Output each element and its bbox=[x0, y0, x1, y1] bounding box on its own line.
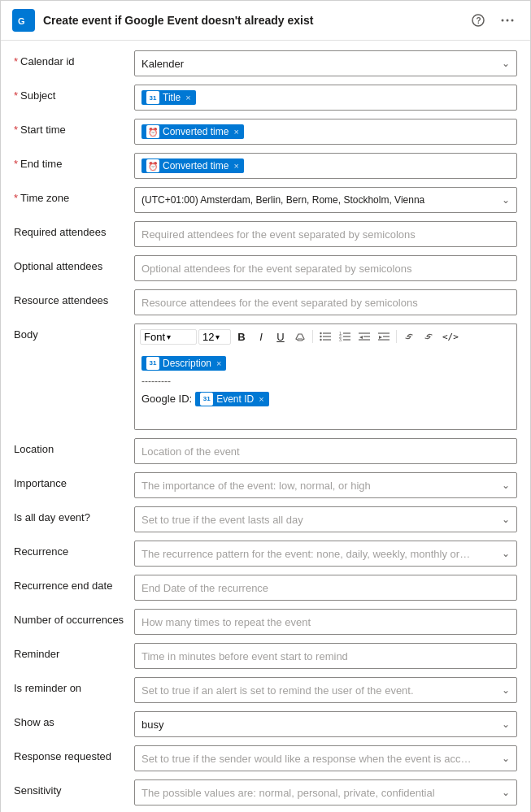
importance-dropdown[interactable]: The importance of the event: low, normal… bbox=[134, 472, 517, 498]
sensitivity-dropdown[interactable]: The possible values are: normal, persona… bbox=[134, 779, 517, 805]
start-time-input[interactable]: ⏰ Converted time × bbox=[134, 119, 517, 145]
reminder-row: Reminder Time in minutes before event st… bbox=[14, 643, 517, 669]
end-time-control: ⏰ Converted time × bbox=[134, 153, 517, 179]
toolbar-separator-2 bbox=[396, 330, 397, 343]
reminder-on-row: Is reminder on Set to true if an alert i… bbox=[14, 677, 517, 703]
start-time-label: *Start time bbox=[14, 119, 134, 136]
google-id-row: Google ID: 31 Event ID × bbox=[141, 392, 510, 406]
bullet-list-button[interactable] bbox=[316, 328, 334, 345]
highlight-button[interactable] bbox=[291, 328, 309, 345]
show-as-row: Show as busy ⌄ bbox=[14, 711, 517, 737]
bold-button[interactable]: B bbox=[233, 328, 250, 345]
svg-point-8 bbox=[320, 332, 321, 334]
recurrence-row: Recurrence The recurrence pattern for th… bbox=[14, 541, 517, 567]
calendar-id-dropdown[interactable]: Kalender ⌄ bbox=[134, 50, 517, 76]
chevron-down-icon-tz: ⌄ bbox=[502, 194, 510, 206]
timezone-dropdown[interactable]: (UTC+01:00) Amsterdam, Berlin, Bern, Rom… bbox=[134, 187, 517, 213]
help-button[interactable]: ? bbox=[467, 9, 490, 32]
description-token-close[interactable]: × bbox=[216, 358, 221, 368]
more-button[interactable] bbox=[496, 9, 519, 32]
recurrence-end-date-control: End Date of the recurrence bbox=[134, 575, 517, 601]
end-time-input[interactable]: ⏰ Converted time × bbox=[134, 153, 517, 179]
show-as-dropdown[interactable]: busy ⌄ bbox=[134, 711, 517, 737]
occurrences-label: Number of occurrences bbox=[14, 609, 134, 626]
all-day-control: Set to true if the event lasts all day ⌄ bbox=[134, 506, 517, 532]
start-time-control: ⏰ Converted time × bbox=[134, 119, 517, 145]
chevron-down-icon-rec: ⌄ bbox=[502, 548, 510, 559]
title-bar: G Create event if Google Event doesn't a… bbox=[1, 1, 530, 41]
show-as-label: Show as bbox=[14, 711, 134, 728]
number-list-button[interactable]: 1.2.3. bbox=[336, 328, 354, 345]
description-calendar-icon: 31 bbox=[146, 357, 159, 370]
occurrences-input[interactable]: How many times to repeat the event bbox=[134, 609, 517, 635]
timezone-label: *Time zone bbox=[14, 187, 134, 204]
svg-point-5 bbox=[507, 20, 509, 22]
body-editor[interactable]: 31 Description × --------- Google ID: 31… bbox=[134, 349, 517, 430]
svg-text:?: ? bbox=[477, 16, 481, 25]
recurrence-control: The recurrence pattern for the event: no… bbox=[134, 541, 517, 567]
svg-text:3.: 3. bbox=[339, 337, 342, 341]
required-attendees-input[interactable]: Required attendees for the event separat… bbox=[134, 221, 517, 247]
increase-indent-button[interactable] bbox=[375, 328, 393, 345]
recurrence-dropdown[interactable]: The recurrence pattern for the event: no… bbox=[134, 541, 517, 567]
all-day-dropdown[interactable]: Set to true if the event lasts all day ⌄ bbox=[134, 506, 517, 532]
description-token: 31 Description × bbox=[141, 356, 226, 371]
recurrence-label: Recurrence bbox=[14, 541, 134, 558]
chevron-down-icon-sens: ⌄ bbox=[502, 787, 510, 798]
location-input[interactable]: Location of the event bbox=[134, 438, 517, 464]
size-dropdown-icon: ▾ bbox=[215, 332, 220, 341]
sensitivity-row: Sensitivity The possible values are: nor… bbox=[14, 779, 517, 805]
response-requested-label: Response requested bbox=[14, 745, 134, 762]
reminder-label: Reminder bbox=[14, 643, 134, 660]
occurrences-row: Number of occurrences How many times to … bbox=[14, 609, 517, 635]
required-attendees-row: Required attendees Required attendees fo… bbox=[14, 221, 517, 247]
resource-attendees-row: Resource attendees Resource attendees fo… bbox=[14, 289, 517, 315]
start-time-token: ⏰ Converted time × bbox=[141, 124, 244, 139]
end-time-token-close[interactable]: × bbox=[233, 161, 238, 171]
location-control: Location of the event bbox=[134, 438, 517, 464]
reminder-on-label: Is reminder on bbox=[14, 677, 134, 694]
chevron-down-icon-show: ⌄ bbox=[502, 719, 510, 730]
reminder-on-control: Set to true if an alert is set to remind… bbox=[134, 677, 517, 703]
body-row: Body Font ▾ 12 ▾ B I U bbox=[14, 323, 517, 430]
font-selector[interactable]: Font ▾ bbox=[140, 329, 197, 345]
recurrence-end-date-label: Recurrence end date bbox=[14, 575, 134, 592]
event-id-calendar-icon: 31 bbox=[200, 393, 213, 406]
recurrence-end-date-row: Recurrence end date End Date of the recu… bbox=[14, 575, 517, 601]
form-content: *Calendar id Kalender ⌄ *Subject 31 Titl… bbox=[1, 41, 530, 812]
optional-attendees-control: Optional attendees for the event separat… bbox=[134, 255, 517, 281]
resource-attendees-label: Resource attendees bbox=[14, 289, 134, 306]
underline-button[interactable]: U bbox=[272, 328, 289, 345]
required-attendees-label: Required attendees bbox=[14, 221, 134, 238]
event-id-token: 31 Event ID × bbox=[195, 392, 268, 406]
subject-control: 31 Title × bbox=[134, 85, 517, 111]
occurrences-control: How many times to repeat the event bbox=[134, 609, 517, 635]
unlink-button[interactable] bbox=[420, 328, 437, 345]
subject-input[interactable]: 31 Title × bbox=[134, 85, 517, 111]
font-size-selector[interactable]: 12 ▾ bbox=[198, 329, 231, 345]
event-id-token-close[interactable]: × bbox=[259, 394, 263, 404]
resource-attendees-control: Resource attendees for the event separat… bbox=[134, 289, 517, 315]
svg-point-12 bbox=[320, 339, 321, 341]
start-time-token-close[interactable]: × bbox=[233, 127, 238, 137]
description-token-row: 31 Description × bbox=[141, 355, 510, 371]
end-time-label: *End time bbox=[14, 153, 134, 170]
decrease-indent-button[interactable] bbox=[355, 328, 373, 345]
resource-attendees-input[interactable]: Resource attendees for the event separat… bbox=[134, 289, 517, 315]
optional-attendees-input[interactable]: Optional attendees for the event separat… bbox=[134, 255, 517, 281]
optional-attendees-label: Optional attendees bbox=[14, 255, 134, 272]
reminder-input[interactable]: Time in minutes before event start to re… bbox=[134, 643, 517, 669]
chevron-down-icon: ⌄ bbox=[502, 58, 510, 69]
response-requested-dropdown[interactable]: Set to true if the sender would like a r… bbox=[134, 745, 517, 771]
reminder-on-dropdown[interactable]: Set to true if an alert is set to remind… bbox=[134, 677, 517, 703]
link-button[interactable] bbox=[400, 328, 418, 345]
svg-point-4 bbox=[502, 20, 504, 22]
calendar-id-control: Kalender ⌄ bbox=[134, 50, 517, 76]
location-label: Location bbox=[14, 438, 134, 455]
recurrence-end-date-input[interactable]: End Date of the recurrence bbox=[134, 575, 517, 601]
subject-token-close[interactable]: × bbox=[185, 93, 190, 102]
code-button[interactable]: </> bbox=[439, 328, 462, 345]
italic-button[interactable]: I bbox=[252, 328, 270, 345]
start-time-row: *Start time ⏰ Converted time × bbox=[14, 119, 517, 145]
response-requested-row: Response requested Set to true if the se… bbox=[14, 745, 517, 771]
